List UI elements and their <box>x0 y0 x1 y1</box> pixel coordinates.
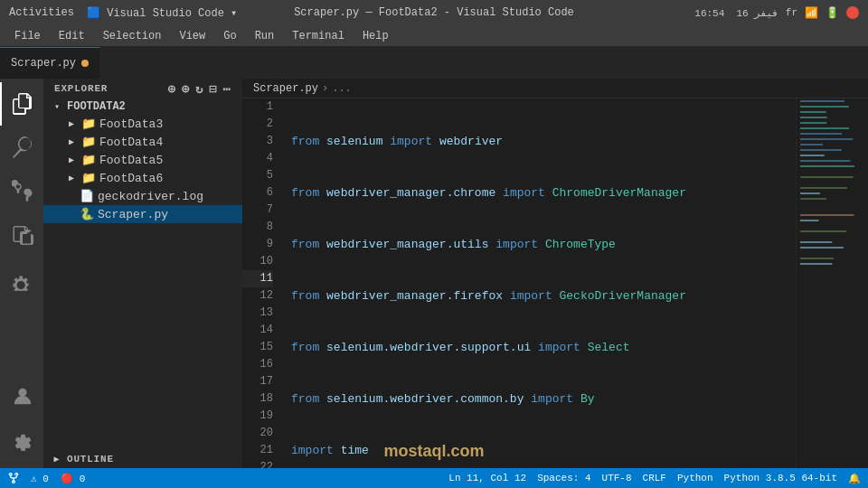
tab-scraper-py[interactable]: Scraper.py <box>0 47 100 79</box>
breadcrumb-file: Scraper.py <box>253 82 318 95</box>
breadcrumb-sep: › <box>322 82 328 95</box>
sidebar-item-footdata6[interactable]: ▶ 📁 FootData6 <box>43 169 242 187</box>
tree-root[interactable]: ▾ FOOTDATA2 <box>43 99 242 115</box>
error-count[interactable]: ⚠ 0 🔴 0 <box>31 473 85 484</box>
breadcrumb: Scraper.py › ... <box>242 79 868 99</box>
file-label: geckodriver.log <box>98 190 203 203</box>
activities-label[interactable]: Activities <box>9 6 74 19</box>
activity-search[interactable] <box>0 126 43 169</box>
folder-icon: 📁 <box>81 117 96 131</box>
sidebar-item-footdata4[interactable]: ▶ 📁 FootData4 <box>43 133 242 151</box>
menu-terminal[interactable]: Terminal <box>285 28 352 44</box>
menu-help[interactable]: Help <box>355 28 396 44</box>
outline-section[interactable]: ▶ OUTLINE <box>43 450 242 468</box>
folder-arrow: ▶ <box>65 136 78 147</box>
close-button[interactable] <box>846 6 859 19</box>
encoding[interactable]: UTF-8 <box>602 473 632 483</box>
folder-arrow: ▶ <box>65 155 78 165</box>
time-display: 16:54 16 فیفر <box>694 7 778 19</box>
menu-view[interactable]: View <box>172 28 212 44</box>
folder-icon: 📁 <box>81 171 96 185</box>
activity-source-control[interactable] <box>0 169 43 212</box>
folder-label: FootData3 <box>99 117 163 131</box>
line-ending[interactable]: CRLF <box>643 473 666 483</box>
python-version[interactable]: Python 3.8.5 64-bit <box>724 473 837 483</box>
editor-area: Scraper.py › ... 1 2 3 4 5 6 7 8 9 10 11… <box>242 79 868 468</box>
spaces-info[interactable]: Spaces: 4 <box>537 473 590 483</box>
sidebar-item-footdata3[interactable]: ▶ 📁 FootData3 <box>43 115 242 133</box>
minimap <box>796 99 868 468</box>
menu-selection[interactable]: Selection <box>96 28 169 44</box>
app-name: 🟦 Visual Studio Code ▾ <box>87 6 237 20</box>
folder-arrow: ▶ <box>65 118 78 129</box>
activity-explorer[interactable] <box>0 82 43 126</box>
tab-bar: Scraper.py <box>0 47 868 79</box>
title-bar-right: 16:54 16 فیفر fr 📶 🔋 <box>694 6 859 20</box>
activity-run-debug[interactable] <box>0 259 43 303</box>
sidebar-title: Explorer <box>54 83 108 94</box>
file-icon: 📄 <box>80 189 94 203</box>
outline-label: OUTLINE <box>67 454 114 465</box>
refresh-icon[interactable]: ↻ <box>195 81 203 97</box>
status-bar: ⚠ 0 🔴 0 Ln 11, Col 12 Spaces: 4 UTF-8 CR… <box>0 468 868 488</box>
new-folder-icon[interactable]: ⊕ <box>182 81 190 97</box>
root-label: FOOTDATA2 <box>67 100 126 113</box>
tab-filename: Scraper.py <box>11 57 76 70</box>
svg-point-0 <box>18 389 26 397</box>
menu-bar: File Edit Selection View Go Run Terminal… <box>0 25 868 47</box>
battery-icon: 🔋 <box>826 6 839 20</box>
file-label: Scraper.py <box>98 208 168 221</box>
language-mode[interactable]: Python <box>677 473 713 483</box>
title-bar-left: Activities 🟦 Visual Studio Code ▾ <box>9 6 237 20</box>
sidebar-item-scraper[interactable]: 🐍 Scraper.py <box>43 205 242 223</box>
file-icon: 🐍 <box>80 207 94 221</box>
wifi-icon: 📶 <box>805 6 818 20</box>
main-area: Explorer ⊕ ⊕ ↻ ⊟ ⋯ ▾ FOOTDATA2 ▶ 📁 FootD… <box>0 79 868 468</box>
code-content[interactable]: from selenium import webdriver from webd… <box>280 99 796 468</box>
sidebar-item-geckodriver[interactable]: 📄 geckodriver.log <box>43 187 242 205</box>
status-right: Ln 11, Col 12 Spaces: 4 UTF-8 CRLF Pytho… <box>448 473 861 484</box>
breadcrumb-dots: ... <box>332 82 352 95</box>
window-title: Scraper.py — FootData2 - Visual Studio C… <box>294 6 574 19</box>
menu-go[interactable]: Go <box>216 28 243 44</box>
activity-bar <box>0 79 43 468</box>
line-numbers: 1 2 3 4 5 6 7 8 9 10 11 12 13 14 15 16 1… <box>242 99 280 468</box>
menu-run[interactable]: Run <box>248 28 282 44</box>
sidebar-header: Explorer ⊕ ⊕ ↻ ⊟ ⋯ <box>43 79 242 99</box>
locale-display: fr <box>786 7 797 18</box>
folder-icon: 📁 <box>81 135 96 149</box>
root-arrow: ▾ <box>51 101 63 112</box>
folder-arrow: ▶ <box>65 173 78 183</box>
menu-edit[interactable]: Edit <box>52 28 92 44</box>
menu-file[interactable]: File <box>7 28 48 44</box>
activity-settings[interactable] <box>0 421 43 465</box>
sidebar-actions: ⊕ ⊕ ↻ ⊟ ⋯ <box>168 81 231 97</box>
outline-arrow: ▶ <box>51 454 63 465</box>
sidebar-item-footdata5[interactable]: ▶ 📁 FootData5 <box>43 151 242 169</box>
folder-label: FootData5 <box>99 154 163 167</box>
code-area[interactable]: 1 2 3 4 5 6 7 8 9 10 11 12 13 14 15 16 1… <box>242 99 868 468</box>
notification-icon[interactable]: 🔔 <box>848 473 861 484</box>
cursor-position[interactable]: Ln 11, Col 12 <box>448 473 526 483</box>
title-bar: Activities 🟦 Visual Studio Code ▾ Scrape… <box>0 0 868 25</box>
activity-extensions[interactable] <box>0 212 43 256</box>
collapse-icon[interactable]: ⊟ <box>210 81 218 97</box>
more-icon[interactable]: ⋯ <box>223 81 231 97</box>
folder-icon: 📁 <box>81 153 96 167</box>
status-left: ⚠ 0 🔴 0 <box>7 472 85 484</box>
git-branch[interactable] <box>7 472 20 484</box>
tab-modified-dot <box>81 60 89 67</box>
sidebar: Explorer ⊕ ⊕ ↻ ⊟ ⋯ ▾ FOOTDATA2 ▶ 📁 FootD… <box>43 79 242 468</box>
folder-label: FootData4 <box>99 136 163 149</box>
activity-account[interactable] <box>0 374 43 418</box>
new-file-icon[interactable]: ⊕ <box>168 81 176 97</box>
folder-label: FootData6 <box>99 172 163 185</box>
